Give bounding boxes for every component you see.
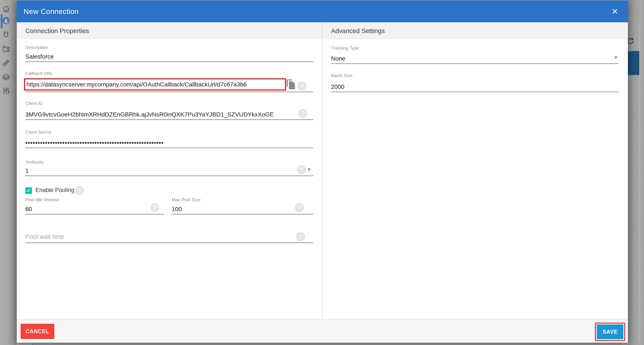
client-id-input[interactable] [25, 110, 313, 120]
verbosity-input[interactable] [25, 166, 313, 176]
max-pool-size-field: Max Pool Size [172, 197, 313, 215]
tracking-type-dropdown-icon[interactable]: ▼ [612, 54, 620, 61]
save-button-highlight-box: SAVE [595, 323, 625, 341]
enable-pooling-checkbox[interactable]: ✓ [25, 187, 32, 194]
enable-pooling-label: Enable Pooling [36, 187, 74, 194]
dimmed-sidebar [0, 0, 17, 345]
column-divider [322, 22, 322, 319]
copy-icon[interactable] [287, 79, 296, 90]
dimmed-panel-edge-bottom [32, 343, 33, 345]
magnet-icon [2, 31, 10, 39]
dialog-header: New Connection ✕ [17, 1, 628, 22]
pool-idle-timeout-help-icon[interactable]: ? [150, 203, 159, 212]
verbosity-help-icon[interactable]: ? [297, 165, 306, 174]
dialog-footer: CANCEL SAVE [17, 319, 628, 343]
max-pool-size-label: Max Pool Size [172, 197, 200, 202]
snapshot-icon [2, 45, 10, 53]
client-id-field: Client ID [25, 101, 313, 120]
enable-pooling-help-icon[interactable]: ? [75, 186, 84, 195]
tracking-type-select[interactable] [331, 54, 619, 64]
client-secret-label: Client Secret [25, 130, 51, 135]
advanced-settings-title: Advanced Settings [331, 22, 385, 39]
callback-url-help-icon[interactable]: ? [297, 81, 306, 90]
settings-sliders-icon [2, 86, 10, 95]
description-input[interactable] [25, 52, 313, 62]
callback-url-label: Callback URL [25, 71, 53, 76]
design-ruler-icon [2, 58, 10, 67]
max-pool-size-input[interactable] [172, 204, 313, 215]
scrollbar-edge [643, 0, 644, 345]
save-button[interactable]: SAVE [597, 325, 624, 339]
max-pool-size-help-icon[interactable]: ? [295, 203, 304, 212]
background-primary-button [628, 51, 639, 75]
description-field: Description [25, 45, 313, 62]
pool-wait-time-input[interactable] [25, 231, 313, 243]
layers-icon [2, 72, 10, 81]
verbosity-dropdown-icon[interactable]: ▼ [305, 166, 314, 173]
pool-wait-time-help-icon[interactable]: ? [296, 232, 305, 241]
callback-url-input[interactable] [25, 79, 285, 89]
close-icon[interactable]: ✕ [610, 6, 620, 17]
pool-idle-timeout-field: Pool idle timeout [25, 197, 164, 215]
client-id-label: Client ID [25, 101, 43, 106]
verbosity-label: Verbosity [25, 159, 44, 165]
connection-properties-title: Connection Properties [25, 22, 89, 39]
batch-size-label: Batch Size [331, 73, 352, 78]
sync-download-icon [2, 17, 10, 24]
batch-size-field: Batch Size [331, 73, 619, 92]
tracking-type-label: Tracking Type [331, 45, 359, 51]
dimmed-sidebar-bottom [17, 343, 32, 345]
pool-wait-time-field [25, 229, 313, 243]
tracking-type-field: Tracking Type [331, 45, 619, 64]
new-connection-dialog: New Connection ✕ Connection Properties A… [17, 1, 628, 343]
client-id-help-icon[interactable]: ? [298, 109, 307, 118]
pool-idle-timeout-label: Pool idle timeout [25, 197, 58, 202]
description-label: Description [25, 45, 48, 50]
pool-idle-timeout-input[interactable] [25, 204, 164, 215]
dimmed-content-right [628, 0, 644, 345]
client-secret-input[interactable] [25, 138, 313, 148]
cancel-button[interactable]: CANCEL [20, 324, 54, 339]
background-panel-edge [639, 23, 640, 343]
callback-url-highlight-box [24, 78, 286, 90]
callback-url-underline [25, 92, 313, 92]
verbosity-field: Verbosity [25, 159, 313, 176]
client-secret-field: Client Secret [25, 130, 313, 148]
home-icon [2, 4, 10, 13]
batch-size-input[interactable] [331, 82, 619, 92]
dialog-title: New Connection [24, 1, 78, 22]
